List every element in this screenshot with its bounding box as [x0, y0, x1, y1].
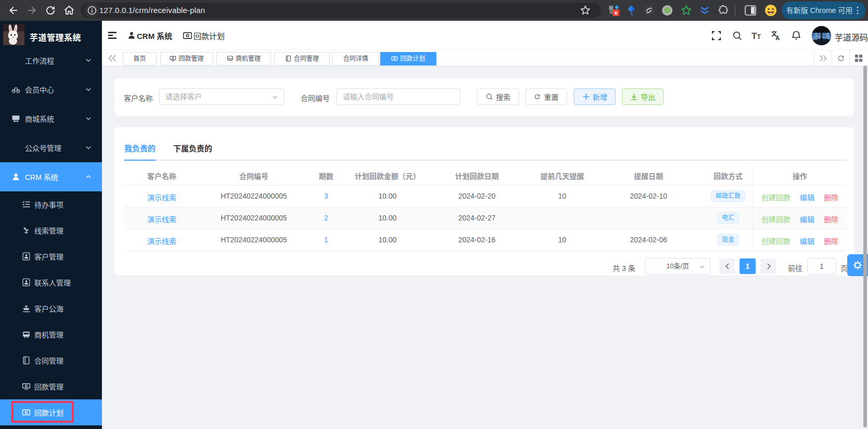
svg-text:文心一言: 文心一言: [814, 32, 830, 37]
svg-text:A: A: [775, 35, 780, 41]
svg-text:6: 6: [615, 10, 617, 16]
